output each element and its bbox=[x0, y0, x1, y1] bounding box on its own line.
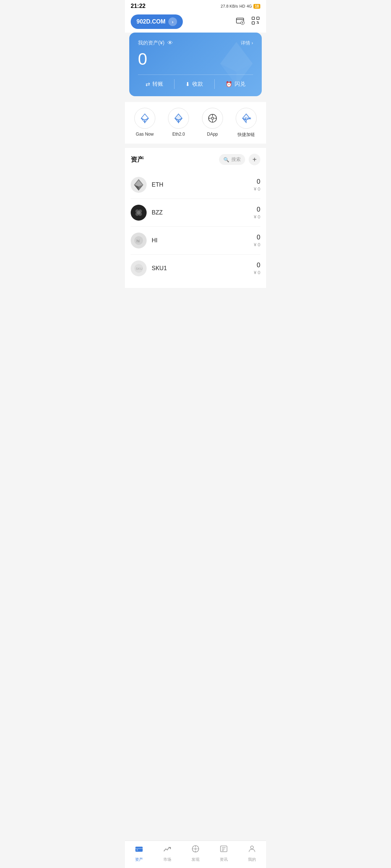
sku1-amount: 0 bbox=[254, 261, 260, 269]
token-symbol-eth: ETH bbox=[152, 182, 254, 188]
search-icon: 🔍 bbox=[223, 157, 229, 162]
brand-name: 902D.COM bbox=[136, 18, 165, 25]
token-item-eth[interactable]: ETH 0 ¥ 0 bbox=[131, 171, 260, 199]
eth2-icon-circle bbox=[168, 108, 189, 129]
token-symbol-sku1: SKU1 bbox=[152, 265, 254, 272]
hi-values: 0 ¥ 0 bbox=[254, 234, 260, 247]
assets-title: 资产 bbox=[131, 155, 144, 164]
asset-label: 我的资产(¥) bbox=[138, 40, 164, 46]
add-chain-label: 快捷加链 bbox=[237, 132, 255, 138]
eth-diamond-bg bbox=[218, 42, 255, 87]
assets-section: 资产 🔍 搜索 + ETH 0 ¥ 0 bbox=[125, 148, 266, 288]
search-add-row: 🔍 搜索 + bbox=[219, 154, 260, 165]
token-symbol-hi: HI bbox=[152, 237, 254, 244]
top-nav: 902D.COM › bbox=[125, 11, 266, 33]
token-symbol-bzz: BZZ bbox=[152, 209, 254, 216]
eye-icon[interactable]: 👁 bbox=[167, 40, 173, 46]
dapp-label: DApp bbox=[207, 132, 218, 137]
svg-text:hi: hi bbox=[136, 239, 140, 243]
eth2-label: Eth2.0 bbox=[172, 132, 185, 137]
svg-point-15 bbox=[211, 117, 214, 119]
hi-cny: ¥ 0 bbox=[254, 242, 260, 247]
bzz-values: 0 ¥ 0 bbox=[254, 206, 260, 220]
svg-rect-4 bbox=[252, 22, 255, 24]
menu-item-add-chain[interactable]: EVM 快捷加链 bbox=[236, 108, 257, 138]
add-token-button[interactable]: + bbox=[249, 154, 260, 165]
speed-indicator: 27.8 KB/s bbox=[221, 4, 238, 8]
bzz-cny: ¥ 0 bbox=[254, 214, 260, 220]
svg-marker-9 bbox=[141, 118, 145, 123]
sku1-values: 0 ¥ 0 bbox=[254, 261, 260, 275]
search-box[interactable]: 🔍 搜索 bbox=[219, 154, 245, 165]
asset-card: 我的资产(¥) 👁 详情 › 0 ⇄ 转账 ⬇ 收款 ⏰ 闪兑 bbox=[129, 33, 262, 96]
receive-button[interactable]: ⬇ 收款 bbox=[181, 79, 207, 89]
dapp-icon-circle bbox=[202, 108, 223, 129]
gas-now-icon-circle bbox=[134, 108, 155, 129]
search-placeholder-text: 搜索 bbox=[231, 156, 241, 163]
eth-amount: 0 bbox=[254, 178, 260, 186]
action-divider-1 bbox=[174, 79, 175, 89]
receive-label: 收款 bbox=[192, 81, 203, 88]
transfer-icon: ⇄ bbox=[146, 81, 150, 88]
menu-item-eth2[interactable]: Eth2.0 bbox=[168, 108, 189, 138]
assets-header: 资产 🔍 搜索 + bbox=[131, 154, 260, 165]
hi-amount: 0 bbox=[254, 234, 260, 241]
wallet-add-button[interactable] bbox=[236, 16, 245, 27]
svg-text:SKU: SKU bbox=[136, 267, 143, 271]
nav-icons bbox=[236, 16, 260, 27]
battery-indicator: 18 bbox=[253, 4, 260, 9]
status-icons: 27.8 KB/s HD 4G 18 bbox=[221, 4, 260, 9]
svg-rect-2 bbox=[252, 17, 255, 20]
svg-text:EVM: EVM bbox=[245, 117, 251, 120]
asset-label-row: 我的资产(¥) 👁 bbox=[138, 40, 173, 46]
bzz-logo bbox=[131, 205, 147, 221]
gas-now-label: Gas Now bbox=[136, 132, 154, 137]
signal-icon: 4G bbox=[247, 4, 252, 8]
svg-point-31 bbox=[137, 211, 140, 214]
brand-button[interactable]: 902D.COM › bbox=[131, 14, 183, 29]
svg-rect-3 bbox=[257, 17, 259, 20]
brand-arrow-icon: › bbox=[168, 17, 177, 26]
token-list: ETH 0 ¥ 0 BZZ 0 ¥ 0 bbox=[131, 171, 260, 282]
receive-icon: ⬇ bbox=[185, 81, 190, 88]
transfer-label: 转账 bbox=[152, 81, 163, 88]
eth-cny: ¥ 0 bbox=[254, 186, 260, 192]
status-bar: 21:22 27.8 KB/s HD 4G 18 bbox=[125, 0, 266, 11]
menu-item-gas-now[interactable]: Gas Now bbox=[134, 108, 155, 138]
token-item-bzz[interactable]: BZZ 0 ¥ 0 bbox=[131, 199, 260, 227]
bzz-amount: 0 bbox=[254, 206, 260, 213]
sku1-logo: SKU bbox=[131, 260, 147, 276]
status-time: 21:22 bbox=[131, 3, 146, 9]
svg-marker-10 bbox=[145, 118, 148, 123]
token-item-sku1[interactable]: SKU SKU1 0 ¥ 0 bbox=[131, 255, 260, 282]
action-divider-2 bbox=[214, 79, 215, 89]
transfer-button[interactable]: ⇄ 转账 bbox=[141, 79, 168, 89]
menu-item-dapp[interactable]: DApp bbox=[202, 108, 223, 138]
eth-logo bbox=[131, 177, 147, 193]
hd-badge: HD bbox=[239, 4, 245, 8]
add-chain-icon-circle: EVM bbox=[236, 108, 257, 129]
scan-button[interactable] bbox=[251, 16, 260, 27]
hi-logo: hi bbox=[131, 233, 147, 248]
token-item-hi[interactable]: hi HI 0 ¥ 0 bbox=[131, 227, 260, 255]
quick-menu: Gas Now Eth2.0 DApp bbox=[125, 102, 266, 144]
eth-values: 0 ¥ 0 bbox=[254, 178, 260, 192]
sku1-cny: ¥ 0 bbox=[254, 270, 260, 275]
